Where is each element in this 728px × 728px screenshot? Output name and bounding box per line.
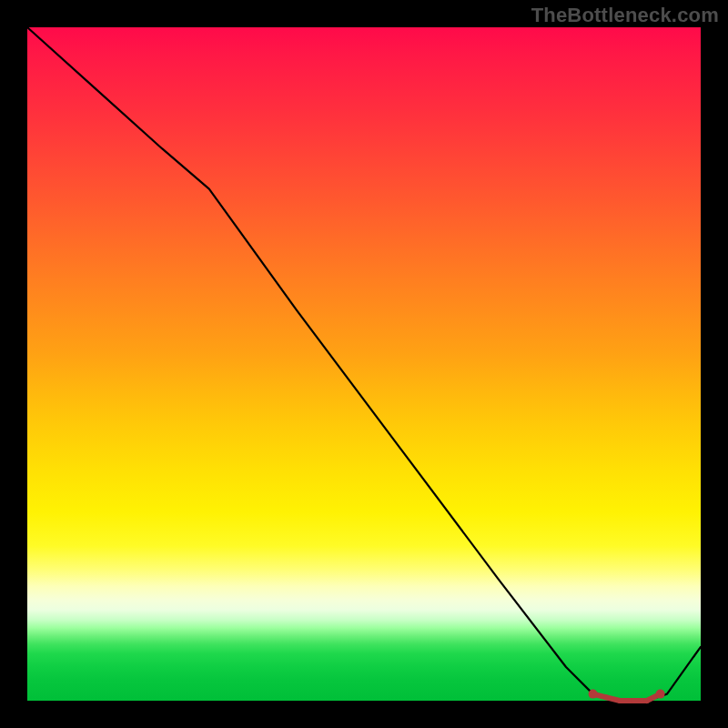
bottleneck-curve-line — [27, 27, 701, 701]
optimal-range-markers — [589, 690, 665, 701]
plot-area — [27, 27, 701, 701]
chart-svg — [27, 27, 701, 701]
chart-stage: TheBottleneck.com — [0, 0, 728, 728]
optimal-range-dot — [656, 690, 665, 699]
watermark-text: TheBottleneck.com — [531, 4, 719, 27]
optimal-range-dot — [589, 690, 598, 699]
